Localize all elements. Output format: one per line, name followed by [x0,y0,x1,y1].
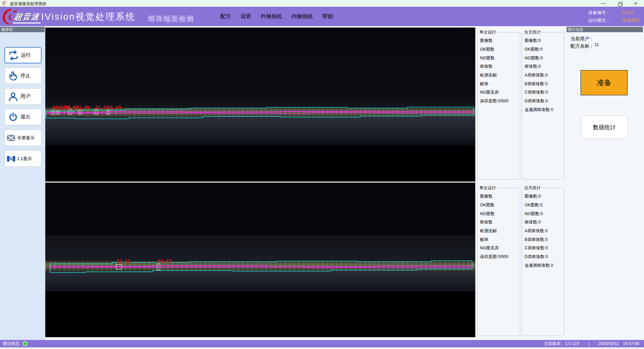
stat-row: B类熔珠数:0 [525,235,564,244]
stat-row: A类熔珠数:0 [525,227,564,236]
stat-row: 保存原图:0/500 [480,253,520,261]
power-icon [8,112,18,122]
data-statistics-button[interactable]: 数据统计 [581,115,628,139]
stat-row: D类熔珠数:0 [525,253,564,261]
stat-row: 帧率 [480,80,520,88]
fullscreen-button[interactable]: 全屏显示 [4,130,42,146]
exit-button[interactable]: 退出 [4,109,42,125]
menu-item-settings[interactable]: 设置 [240,12,252,21]
menu-item-help[interactable]: 帮助 [322,12,334,21]
separator: | [588,341,589,346]
single-run-stats-top: 单次运行 图像数 OK图数 NG图数 熔珠数 检测丢帧 帧率 NG图丢弃 保存原… [477,30,520,180]
recipe-name-label: 配方名称： [571,43,594,49]
measurement-value: 31.53 [95,105,109,110]
stat-row: NG图数 [480,209,520,218]
comm-status: 通信状态: [3,340,27,347]
stat-row: 金属屑熔珠数:0 [525,106,564,114]
stat-row: 熔珠数:0 [525,62,564,71]
run-mode-value: 手动调试 [622,17,639,23]
app-subtitle: 熔珠端面检测 [148,14,194,23]
minimize-icon[interactable]: — [597,0,609,7]
main-menu: 配方 设置 外侧相机 内侧相机 帮助 [220,7,334,26]
stat-row: NG图数:0 [525,54,564,62]
close-icon[interactable]: × [630,0,641,7]
run-button-label: 运行 [21,52,31,58]
stat-row: OK图数 [480,201,520,210]
recipe-name-value: 11 [595,42,599,47]
device-number-label: 设备编号： [588,10,618,16]
menu-item-recipe[interactable]: 配方 [220,12,232,21]
window-titlebar: 超音速视觉处理系统 — × [0,0,644,7]
comm-status-label: 通信状态: [3,341,20,347]
one-to-one-button-label: 1:1显示 [17,156,32,162]
stat-row: 帧率 [480,235,520,244]
stat-row: D类熔珠数:0 [525,97,564,106]
menu-item-outer-camera[interactable]: 外侧相机 [260,12,283,21]
daily-stats-top: 当天统计 图像数:0 OK图数:0 NG图数:0 熔珠数:0 A类熔珠数:0 B… [522,30,564,180]
stat-row: NG图数:0 [525,209,564,218]
stat-row: 熔珠数 [480,62,520,71]
stat-row: 图像数:0 [525,37,564,45]
brand-logo-text: 超音速 [12,11,42,23]
restore-icon[interactable] [614,0,626,7]
main-area: 操作区 运行 [0,26,644,340]
menu-item-inner-camera[interactable]: 内侧相机 [291,12,314,21]
run-mode-label: 运行模式： [588,17,618,23]
stat-row: NG图数 [480,54,520,62]
status-time: 16:57:56 [623,341,639,346]
stat-row: OK图数:0 [525,201,564,210]
stat-row: 检测丢帧 [480,227,520,236]
fullscreen-button-label: 全屏显示 [17,135,35,141]
measurement-value: 41.49 [108,105,121,110]
stat-row: C类熔珠数:0 [525,244,564,253]
stat-row: 熔珠数 [480,218,520,227]
device-number-value: 22-33 [622,10,633,15]
comm-status-indicator [23,342,27,346]
one-to-one-button[interactable]: 1:1显示 [4,150,42,167]
sync-icon [8,50,19,61]
stop-button[interactable]: 停止 [4,67,42,84]
user-button-label: 用户 [20,93,31,100]
ready-button[interactable]: 准备 [581,70,628,95]
single-run-title: 单次运行 [478,30,497,35]
device-info: 设备编号： 22-33 运行模式： 手动调试 [588,9,639,24]
user-button[interactable]: 用户 [4,88,42,105]
sidebar-caption: 操作区 [0,27,45,32]
stat-row: 图像数 [480,37,520,45]
one-to-one-icon [6,154,16,164]
exit-button-label: 退出 [20,114,31,120]
single-run-stats-bottom: 单次运行 图像数 OK图数 NG图数 熔珠数 检测丢帧 帧率 NG图丢弃 保存原… [477,185,520,336]
stat-row: A类熔珠数:0 [525,71,564,80]
single-run-title: 单次运行 [478,185,497,191]
stat-row: OK图数:0 [525,45,564,54]
app-title: IVision视觉处理系统 [41,11,136,23]
measurement-value: 53.11 [117,259,130,263]
stat-row: C类熔珠数:0 [525,88,564,97]
stop-button-label: 停止 [20,72,31,79]
stat-row: OK图数 [480,45,520,54]
app-window: 超音速视觉处理系统 — × 超音速 IVision视觉处理系统 熔珠端面检测 配… [0,0,644,349]
outer-camera-view[interactable]: 44.34 41.85 39.83 41.49 31.53 41.49 [45,28,475,182]
info-panel-caption: 统计信息 [567,27,643,32]
status-bar: 通信状态: 当前版本: 1.0.123 | 2025/02/11 16:57:5… [0,340,644,347]
status-date: 2025/02/11 [598,341,619,346]
window-title: 超音速视觉处理系统 [10,1,46,7]
inner-detection-overlay [45,183,475,337]
daily-stats-bottom: 当天统计 图像数:0 OK图数:0 NG图数:0 熔珠数:0 A类熔珠数:0 B… [522,185,564,336]
stat-row: B类熔珠数:0 [525,80,564,88]
inner-camera-view[interactable]: 53.11 56.43 [45,183,475,337]
app-header: 超音速 IVision视觉处理系统 熔珠端面检测 配方 设置 外侧相机 内侧相机… [0,7,644,26]
stat-row: 金属屑熔珠数:0 [525,261,564,270]
fullscreen-icon [6,133,16,143]
stat-row: 熔珠数:0 [525,218,564,227]
stat-row: 图像数:0 [525,192,564,201]
operation-sidebar: 操作区 运行 [0,26,45,340]
run-button[interactable]: 运行 [4,47,42,63]
daily-stats-title: 当天统计 [523,30,542,35]
current-user-label: 当前用户： [571,36,594,42]
user-icon [8,91,18,102]
measurement-value: 41.49 [76,105,90,110]
window-edge [0,347,644,349]
stat-row: NG图丢弃 [480,88,520,97]
version-label: 当前版本: [544,341,561,347]
